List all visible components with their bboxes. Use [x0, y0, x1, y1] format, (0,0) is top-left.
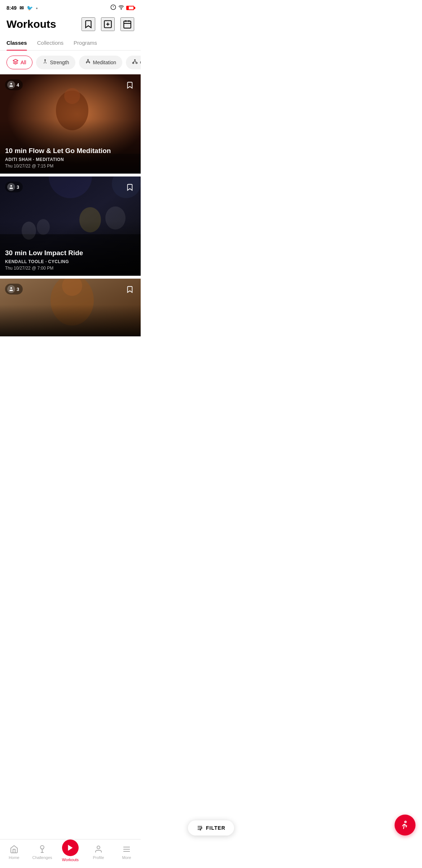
- workout-list: 4 10 min Flow & Let Go Meditation ADITI …: [0, 74, 141, 339]
- calendar-button[interactable]: [120, 17, 134, 31]
- cycling-icon: [132, 59, 138, 66]
- svg-point-21: [10, 83, 12, 85]
- card-gradient-3: [0, 305, 141, 336]
- participant-count-1: 4: [17, 82, 19, 88]
- page-header: Workouts: [0, 14, 141, 36]
- tab-classes[interactable]: Classes: [6, 36, 27, 50]
- svg-point-16: [135, 60, 136, 61]
- card-bookmark-1[interactable]: [124, 79, 136, 91]
- card-bookmark-3[interactable]: [124, 284, 136, 295]
- workout-card-1[interactable]: 4 10 min Flow & Let Go Meditation ADITI …: [0, 74, 141, 174]
- status-bar: 8:49 ✉ 🐦 ●: [0, 0, 141, 14]
- card-bookmark-2[interactable]: [124, 182, 136, 193]
- status-time: 8:49 ✉ 🐦 ●: [6, 5, 38, 11]
- svg-point-30: [10, 185, 12, 187]
- card-info-2: 30 min Low Impact Ride KENDALL TOOLE · C…: [5, 249, 136, 271]
- pill-all[interactable]: All: [6, 56, 32, 69]
- strength-icon: [42, 59, 48, 66]
- add-button[interactable]: [101, 17, 115, 31]
- card-time-2: Thu 10/27/22 @ 7:00 PM: [5, 266, 136, 271]
- card-participants-3: 3: [5, 284, 23, 295]
- time-display: 8:49: [6, 5, 17, 11]
- header-actions: [82, 17, 134, 31]
- card-participants-1: 4: [5, 79, 23, 90]
- svg-point-12: [44, 60, 45, 61]
- card-time-1: Thu 10/27/22 @ 7:15 PM: [5, 163, 136, 169]
- svg-point-20: [64, 88, 80, 104]
- status-icons: [110, 4, 134, 12]
- svg-point-34: [10, 287, 12, 289]
- mail-icon: ✉: [19, 5, 24, 11]
- card-title-1: 10 min Flow & Let Go Meditation: [5, 147, 136, 155]
- svg-rect-7: [124, 21, 131, 28]
- pill-strength[interactable]: Strength: [36, 56, 75, 69]
- card-info-1: 10 min Flow & Let Go Meditation ADITI SH…: [5, 147, 136, 169]
- page-title: Workouts: [6, 18, 56, 30]
- card-meta-2: KENDALL TOOLE · CYCLING: [5, 259, 136, 264]
- bookmark-button[interactable]: [82, 17, 95, 31]
- tab-programs[interactable]: Programs: [74, 36, 97, 50]
- participant-count-3: 3: [17, 287, 19, 292]
- svg-point-3: [121, 9, 121, 9]
- tab-bar: Classes Collections Programs: [0, 36, 141, 51]
- battery-icon: [126, 6, 134, 10]
- svg-point-13: [87, 59, 88, 60]
- pill-meditation[interactable]: Meditation: [79, 56, 123, 69]
- tab-collections[interactable]: Collections: [37, 36, 63, 50]
- activity-icon: 🐦: [27, 5, 33, 11]
- meditation-icon: [85, 59, 91, 66]
- card-title-2: 30 min Low Impact Ride: [5, 249, 136, 257]
- workout-card-3[interactable]: 3: [0, 279, 141, 336]
- volume-icon: [110, 4, 116, 12]
- workout-card-2[interactable]: 3 30 min Low Impact Ride KENDALL TOOLE ·…: [0, 176, 141, 276]
- card-participants-2: 3: [5, 182, 23, 192]
- filter-pill-bar: All Strength Meditation Cycling: [0, 51, 141, 74]
- dot-indicator: ●: [36, 6, 38, 10]
- svg-marker-11: [13, 59, 18, 62]
- card-meta-1: ADITI SHAH · MEDITATION: [5, 157, 136, 162]
- layers-icon: [13, 59, 18, 66]
- participant-count-2: 3: [17, 184, 19, 190]
- pill-cycling[interactable]: Cycling: [126, 56, 141, 69]
- wifi-icon: [118, 4, 124, 12]
